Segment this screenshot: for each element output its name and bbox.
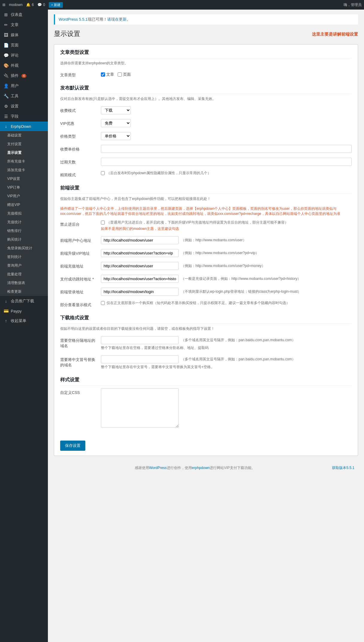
expire-days-input[interactable] <box>101 158 352 166</box>
users-icon: 👤 <box>4 84 8 88</box>
notifications-item[interactable]: 🔔 6 <box>26 3 34 7</box>
unit-price-input[interactable] <box>101 145 352 153</box>
dashboard-icon: ⊞ <box>4 12 8 17</box>
submenu-recharge-stats[interactable]: 充值统计 <box>0 218 48 227</box>
sidebar-item-tools[interactable]: 🔧 工具 <box>0 91 48 101</box>
tools-icon: 🔧 <box>4 94 8 98</box>
checkbox-post[interactable]: 文章 <box>101 72 114 77</box>
chinese-colon-domain-input[interactable] <box>101 355 179 363</box>
submenu-batch-process[interactable]: 批量处理 <box>0 270 48 279</box>
sidebar-item-member-download[interactable]: ↓ 会员推广下载 <box>0 296 48 306</box>
sidebar-item-media[interactable]: 🖼 媒体 <box>0 30 48 40</box>
submenu-vip-users[interactable]: VIP用户 <box>0 192 48 201</box>
vip-discount-select[interactable]: 免费 打折 无优惠 <box>101 119 131 127</box>
posts-icon: ✏ <box>4 22 8 27</box>
unit-price-label: 收费单价格 <box>60 145 96 152</box>
download-format-desc: 假如不明白这里的设置或者你目前的下载链接没有任何问题，请留空，或在模板免的指导下… <box>60 326 352 331</box>
space-domain-hint: （多个域名用英文逗号隔开，例如：pan.baidu.com,pan.mobant… <box>181 338 295 343</box>
price-type-select[interactable]: 单价格 多价格 <box>101 132 131 140</box>
frontend-vip-upgrade-hint: （例如：http://www.mobantu.com/user?pd=vip） <box>181 251 259 256</box>
site-name[interactable]: modown <box>9 3 22 7</box>
article-type-title: 文章类型设置 <box>60 49 352 58</box>
comment-count: 0 <box>43 3 45 7</box>
submenu-vip-orders[interactable]: VIP订单 <box>0 183 48 192</box>
partial-view-wrap: 仅在正文底部显示一个购买框（短代码处不显示购买按钮，只提示权限不足。建议一篇文章… <box>101 300 352 306</box>
frontend-login-hint: （不填则显示默认wp-login.php登录地址；链接的class为erphp-… <box>181 289 301 294</box>
custom-css-textarea[interactable] <box>101 388 179 428</box>
sidebar-item-appearance[interactable]: 🎨 外观 <box>0 60 48 71</box>
media-icon: 🖼 <box>4 33 8 37</box>
payment-success-input[interactable] <box>101 275 179 283</box>
frontend-user-center-label: 前端用户中心地址 <box>60 236 96 243</box>
submenu-give-vip[interactable]: 赠送VIP <box>0 201 48 209</box>
pages-icon: 📄 <box>4 43 8 48</box>
submenu-clear-data[interactable]: 清理数据表 <box>0 279 48 287</box>
sidebar-label-order-list: 收起菜单 <box>11 318 26 324</box>
charge-mode-label: 收费模式 <box>60 106 96 113</box>
frontend-recharge-label: 前端充值地址 <box>60 262 96 269</box>
submenu-query-user[interactable]: 查询用户 <box>0 261 48 270</box>
simple-mode-checkbox[interactable] <box>101 171 105 175</box>
default-publish-desc: 仅对后台新发布有效(只是默认选中，需提交发布才会应用上）。其他地方发布、编辑、采… <box>60 96 352 101</box>
sidebar-item-settings[interactable]: ⚙ 设置 <box>0 101 48 111</box>
submenu-recharge-simulation[interactable]: 充值模拟 <box>0 209 48 218</box>
submenu-vip-settings[interactable]: VIP设置 <box>0 174 48 183</box>
article-type-label: 文章类型 <box>60 71 96 78</box>
space-domain-input[interactable] <box>101 336 179 344</box>
download-format-title: 下载格式设置 <box>60 315 352 324</box>
sidebar-item-plugins[interactable]: 🔌 插件 4 <box>0 71 48 81</box>
submenu-buy-stats[interactable]: 购买统计 <box>0 235 48 244</box>
submenu-check-update[interactable]: 检查更新 <box>0 287 48 296</box>
simple-mode-note: （后台发布时Erphpdown属性隐藏部分属性，只显示常用的几个） <box>107 171 211 176</box>
submenu-display-settings[interactable]: 显示设置 <box>0 148 48 157</box>
settings-icon: ⚙ <box>4 104 8 109</box>
block-backend-checkbox[interactable] <box>101 221 105 224</box>
frontend-user-center-hint: （例如：http://www.mobantu.com/user） <box>181 238 246 243</box>
sidebar-item-users[interactable]: 👤 用户 <box>0 81 48 91</box>
submenu-basic-settings[interactable]: 基础设置 <box>0 131 48 140</box>
sidebar-item-comments[interactable]: 💬 评论 <box>0 50 48 60</box>
page-header: 显示设置 这里主要是讲解前端设置 <box>54 29 358 40</box>
submenu-free-buy-stats[interactable]: 免登录购买统计 <box>0 244 48 253</box>
frontend-recharge-hint: （例如：http://www.mobantu.com/user?pd=money… <box>181 263 265 268</box>
frontend-login-input[interactable] <box>101 288 179 296</box>
charge-mode-select[interactable]: 下载 付费 会员 <box>101 106 131 114</box>
block-backend-wrap: （普通用户无法进后台，若开启此项，下面的升级VIP与充值地址均得设置为非后台的地… <box>101 220 352 225</box>
checkbox-page[interactable]: 页面 <box>118 72 131 77</box>
wp-version-link[interactable]: WordPress 5.5.1 <box>59 17 88 22</box>
partial-view-checkbox[interactable] <box>101 301 105 305</box>
footer-erphpdown-link[interactable]: erphpdown <box>192 466 210 470</box>
main-content: WordPress 5.5.1现已可用！请现在更新。 显示设置 这里主要是讲解前… <box>48 10 364 642</box>
submenu-all-cards[interactable]: 所有充值卡 <box>0 157 48 166</box>
frontend-red-note: 插件赠送了一个前端个人中心文件，上传到使用的主题目录里，然后新建页面，选择【er… <box>60 206 352 216</box>
submenu-payment-settings[interactable]: 支付设置 <box>0 140 48 148</box>
submenu-add-card[interactable]: 添加充值卡 <box>0 166 48 174</box>
sidebar-label-erphpdown: ErphpDown <box>11 124 31 129</box>
checkbox-page-input[interactable] <box>118 72 122 77</box>
checkbox-post-input[interactable] <box>101 72 105 77</box>
sidebar-item-pages[interactable]: 📄 页面 <box>0 40 48 50</box>
sidebar-item-posts[interactable]: ✏ 文章 <box>0 20 48 30</box>
update-now-link[interactable]: 请现在更新 <box>107 17 127 22</box>
new-button[interactable]: + 新建 <box>49 2 63 8</box>
simple-mode-wrap: （后台发布时Erphpdown属性隐藏部分属性，只显示常用的几个） <box>101 171 352 176</box>
footer-text: 感谢使用WordPress进行创作，使用erphpdown进行网站VIP支付下载… <box>135 466 255 470</box>
submenu-sign-stats[interactable]: 签到统计 <box>0 253 48 261</box>
footer-version-link[interactable]: 获取版本5.5.1 <box>332 466 354 470</box>
sidebar-label-plugins: 插件 <box>11 73 19 78</box>
sidebar-item-erphpdown[interactable]: ↓ ErphpDown <box>0 122 48 131</box>
sidebar-item-order-list[interactable]: ↑ 收起菜单 <box>0 316 48 326</box>
frontend-vip-upgrade-input[interactable] <box>101 249 179 257</box>
save-button[interactable]: 保存设置 <box>60 441 85 451</box>
article-type-desc: 选择你所需要支持erphpdown的文章类型。 <box>60 61 352 66</box>
frontend-recharge-input[interactable] <box>101 262 179 270</box>
sidebar-label-appearance: 外观 <box>11 63 19 68</box>
sidebar-item-dashboard[interactable]: ⊞ 仪表盘 <box>0 10 48 20</box>
comments-item[interactable]: 💬 0 <box>37 3 45 7</box>
submenu-sales-rank[interactable]: 销售排行 <box>0 227 48 235</box>
wp-footer: 感谢使用WordPress进行创作，使用erphpdown进行网站VIP支付下载… <box>54 462 358 474</box>
footer-wp-link[interactable]: WordPress <box>149 466 167 470</box>
sidebar-item-fields[interactable]: ☰ 字段 <box>0 111 48 122</box>
sidebar-item-paypy[interactable]: 💳 Paypy <box>0 306 48 316</box>
frontend-user-center-input[interactable] <box>101 236 179 244</box>
